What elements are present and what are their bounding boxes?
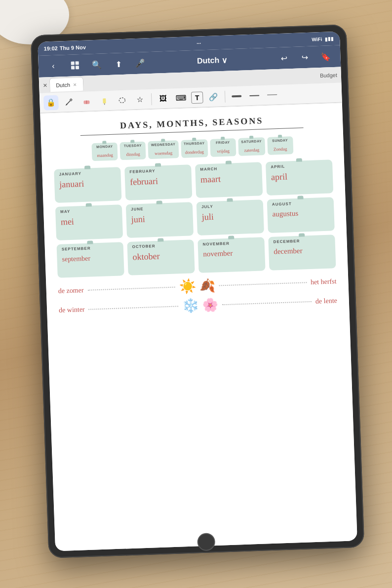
document-content: DAYS, MONTHS, SEASONS MONDAY maandag TUE… [40,103,357,551]
image-tool[interactable]: 🖼 [156,91,171,106]
month-card-july: JULY juli [196,199,264,235]
day-label: THURSDAY [184,141,204,145]
month-value: mei [61,217,75,227]
spring-label: de lente [315,297,337,306]
autumn-label: het herfst [311,277,337,286]
month-label: JULY [201,203,258,209]
document-title: DAYS, MONTHS, SEASONS [52,113,331,133]
status-left: 19:02 Thu 9 Nov [43,44,86,52]
highlighter-tool[interactable] [97,93,112,108]
month-label: AUGUST [272,200,329,207]
month-value: september [62,255,90,263]
day-value: dinsdag [126,152,140,157]
close-tab-button[interactable]: ✕ [43,82,47,88]
home-button[interactable] [197,533,215,551]
month-label: FEBRUARY [129,168,186,174]
camera-indicator: ··· [196,40,201,46]
summer-label: de zomer [58,286,84,295]
month-card-may: MAY mei [55,204,123,240]
month-card-june: JUNE juni [126,202,194,238]
redo-icon[interactable]: ↪ [298,50,312,65]
status-time: 19:02 [43,45,58,52]
month-label: APRIL [271,163,327,169]
toolbar-separator-2 [225,90,226,102]
day-card-tuesday: TUESDAY dinsdag [120,141,146,160]
wifi-icon: WiFi [312,36,322,42]
sun-icon: ☀️ [179,278,196,295]
day-value: woensdag [155,151,172,156]
flower-icon: 🌸 [202,297,218,313]
share-icon[interactable]: ⬆ [111,57,125,71]
day-card-monday: MONDAY maandag [92,142,118,161]
tab-close-button[interactable]: ✕ [73,82,77,87]
tab-budget[interactable]: Budget [320,72,337,78]
months-grid: JANUARY januari FEBRUARY februari MARCH … [54,159,336,278]
svg-rect-9 [103,98,106,103]
month-value: februari [130,176,158,187]
lasso-tool[interactable] [115,92,130,108]
line-thick[interactable] [229,88,244,104]
status-center: ··· [196,40,201,46]
day-card-thursday: THURSDAY donderdag [181,139,208,158]
winter-label: de winter [59,305,85,314]
month-value: augustus [272,209,298,218]
month-value: januari [59,179,84,190]
snowflake-icon: ❄️ [182,297,199,314]
month-label: MARCH [200,165,257,172]
month-card-september: SEPTEMBER september [57,242,124,278]
day-label: FRIDAY [213,140,233,144]
dropdown-chevron: ∨ [221,55,228,65]
pen-tool[interactable] [61,94,77,110]
leaf-icon: 🍂 [199,278,215,294]
month-value: november [203,249,233,258]
tab-label: Dutch [56,81,70,88]
mic-icon[interactable]: 🎤 [133,56,147,70]
svg-rect-1 [76,61,79,65]
bookmark-icon[interactable]: 🔖 [318,49,333,64]
link-tool[interactable]: 🔗 [206,89,221,105]
days-row: MONDAY maandag TUESDAY dinsdag WEDNESDAY… [53,135,332,162]
month-label: JANUARY [59,170,116,177]
month-card-august: AUGUST augustus [267,197,335,233]
ipad-device: 19:02 Thu 9 Nov ··· WiFi ▮▮▮ ‹ [31,24,365,558]
month-card-november: NOVEMBER november [197,237,265,273]
month-value: juli [201,212,214,222]
undo-icon[interactable]: ↩ [277,51,291,65]
month-value: december [274,247,303,256]
month-label: JUNE [131,205,188,212]
nav-left[interactable]: ‹ 🔍 ⬆ 🎤 [46,56,147,73]
month-label: SEPTEMBER [62,245,118,252]
month-value: maart [200,174,221,184]
grid-icon[interactable] [68,58,82,73]
month-value: juni [131,214,145,225]
eraser-tool[interactable] [79,94,94,109]
month-value: oktober [132,251,160,262]
day-value: Zondag [274,146,287,152]
day-label: WEDNESDAY [151,142,176,147]
day-label: SATURDAY [241,139,262,143]
line-medium[interactable] [247,88,262,103]
line-thin[interactable] [265,87,280,102]
tab-dutch[interactable]: Dutch ✕ [49,77,84,92]
status-right: WiFi ▮▮▮ [312,36,334,42]
svg-rect-0 [71,61,75,65]
back-button[interactable]: ‹ [46,59,60,73]
day-value: zaterdag [244,147,259,153]
month-value: april [271,172,288,182]
month-card-april: APRIL april [266,159,333,196]
day-card-wednesday: WEDNESDAY woensdag [148,140,179,159]
nav-title[interactable]: Dutch ∨ [197,55,228,66]
day-value: maandag [97,153,113,158]
shape-tool[interactable]: ☆ [132,92,148,107]
month-card-december: DECEMBER december [268,235,336,271]
text-tool[interactable]: T [191,91,203,104]
day-value: vrijdag [217,149,230,154]
toolbar-separator-1 [151,93,152,105]
keyboard-tool[interactable]: ⌨ [173,90,189,106]
lock-tool[interactable]: 🔒 [43,95,59,110]
seasons-area: de zomer ☀️ 🍂 het herfst de winter ❄️ 🌸 … [58,273,337,318]
svg-rect-2 [71,66,75,69]
season-connector-1 [87,286,175,290]
search-icon[interactable]: 🔍 [89,57,104,72]
nav-right[interactable]: ↩ ↪ 🔖 [277,49,333,65]
